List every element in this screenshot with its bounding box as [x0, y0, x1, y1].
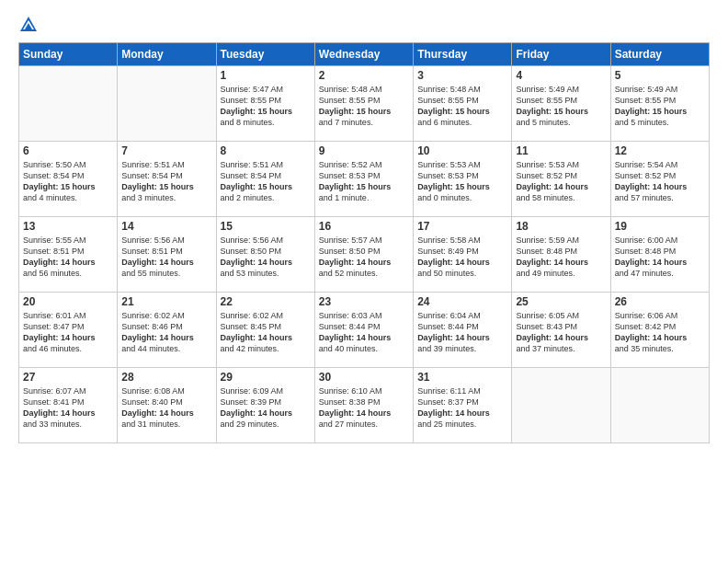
- day-number: 16: [319, 220, 409, 233]
- cell-content: Sunrise: 6:05 AMSunset: 8:43 PMDaylight:…: [516, 310, 606, 355]
- cell-content: Sunrise: 6:02 AMSunset: 8:45 PMDaylight:…: [221, 310, 311, 355]
- calendar-cell: 11Sunrise: 5:53 AMSunset: 8:52 PMDayligh…: [512, 142, 610, 217]
- cell-content: Sunrise: 5:47 AMSunset: 8:55 PMDaylight:…: [221, 84, 311, 129]
- calendar-cell: [610, 368, 709, 443]
- calendar-cell: 27Sunrise: 6:07 AMSunset: 8:41 PMDayligh…: [19, 368, 118, 443]
- calendar-week-3: 13Sunrise: 5:55 AMSunset: 8:51 PMDayligh…: [19, 217, 710, 293]
- calendar-cell: 3Sunrise: 5:48 AMSunset: 8:55 PMDaylight…: [414, 66, 512, 142]
- calendar-header-monday: Monday: [118, 43, 216, 66]
- cell-content: Sunrise: 5:48 AMSunset: 8:55 PMDaylight:…: [319, 84, 409, 129]
- calendar-cell: 7Sunrise: 5:51 AMSunset: 8:54 PMDaylight…: [118, 142, 216, 217]
- cell-content: Sunrise: 5:52 AMSunset: 8:53 PMDaylight:…: [319, 159, 409, 204]
- day-number: 21: [121, 295, 211, 308]
- header: [18, 15, 710, 35]
- cell-content: Sunrise: 5:57 AMSunset: 8:50 PMDaylight:…: [319, 235, 409, 280]
- calendar-header-row: SundayMondayTuesdayWednesdayThursdayFrid…: [19, 43, 710, 66]
- day-number: 4: [516, 69, 606, 82]
- calendar-cell: 20Sunrise: 6:01 AMSunset: 8:47 PMDayligh…: [19, 293, 118, 368]
- calendar-cell: 8Sunrise: 5:51 AMSunset: 8:54 PMDaylight…: [216, 142, 314, 217]
- cell-content: Sunrise: 5:51 AMSunset: 8:54 PMDaylight:…: [121, 159, 211, 204]
- calendar-cell: 13Sunrise: 5:55 AMSunset: 8:51 PMDayligh…: [19, 217, 118, 293]
- calendar-cell: 10Sunrise: 5:53 AMSunset: 8:53 PMDayligh…: [414, 142, 512, 217]
- calendar-cell: 9Sunrise: 5:52 AMSunset: 8:53 PMDaylight…: [314, 142, 413, 217]
- calendar-cell: 22Sunrise: 6:02 AMSunset: 8:45 PMDayligh…: [216, 293, 314, 368]
- calendar-cell: 25Sunrise: 6:05 AMSunset: 8:43 PMDayligh…: [512, 293, 610, 368]
- cell-content: Sunrise: 5:58 AMSunset: 8:49 PMDaylight:…: [417, 235, 507, 280]
- calendar-cell: 19Sunrise: 6:00 AMSunset: 8:48 PMDayligh…: [610, 217, 709, 293]
- cell-content: Sunrise: 6:04 AMSunset: 8:44 PMDaylight:…: [417, 310, 507, 355]
- day-number: 31: [417, 371, 507, 384]
- day-number: 24: [417, 295, 507, 308]
- day-number: 14: [121, 220, 211, 233]
- cell-content: Sunrise: 6:07 AMSunset: 8:41 PMDaylight:…: [23, 385, 113, 431]
- calendar-cell: 17Sunrise: 5:58 AMSunset: 8:49 PMDayligh…: [414, 217, 512, 293]
- day-number: 18: [516, 220, 606, 233]
- day-number: 23: [319, 295, 409, 308]
- cell-content: Sunrise: 6:10 AMSunset: 8:38 PMDaylight:…: [319, 385, 409, 431]
- calendar-cell: 26Sunrise: 6:06 AMSunset: 8:42 PMDayligh…: [610, 293, 709, 368]
- day-number: 17: [417, 220, 507, 233]
- cell-content: Sunrise: 5:49 AMSunset: 8:55 PMDaylight:…: [516, 84, 606, 129]
- calendar-cell: [118, 66, 216, 142]
- day-number: 19: [615, 220, 705, 233]
- calendar-cell: 15Sunrise: 5:56 AMSunset: 8:50 PMDayligh…: [216, 217, 314, 293]
- day-number: 8: [221, 144, 311, 157]
- day-number: 15: [221, 220, 311, 233]
- day-number: 13: [23, 220, 113, 233]
- cell-content: Sunrise: 6:08 AMSunset: 8:40 PMDaylight:…: [121, 385, 211, 431]
- day-number: 10: [417, 144, 507, 157]
- calendar-week-5: 27Sunrise: 6:07 AMSunset: 8:41 PMDayligh…: [19, 368, 710, 443]
- day-number: 1: [221, 69, 311, 82]
- day-number: 11: [516, 144, 606, 157]
- calendar-cell: 24Sunrise: 6:04 AMSunset: 8:44 PMDayligh…: [414, 293, 512, 368]
- cell-content: Sunrise: 5:56 AMSunset: 8:51 PMDaylight:…: [121, 235, 211, 280]
- page: SundayMondayTuesdayWednesdayThursdayFrid…: [0, 0, 728, 563]
- logo: [18, 15, 42, 35]
- calendar-cell: [512, 368, 610, 443]
- cell-content: Sunrise: 5:48 AMSunset: 8:55 PMDaylight:…: [417, 84, 507, 129]
- day-number: 27: [23, 371, 113, 384]
- calendar-week-1: 1Sunrise: 5:47 AMSunset: 8:55 PMDaylight…: [19, 66, 710, 142]
- calendar-cell: 31Sunrise: 6:11 AMSunset: 8:37 PMDayligh…: [414, 368, 512, 443]
- day-number: 29: [221, 371, 311, 384]
- day-number: 3: [417, 69, 507, 82]
- cell-content: Sunrise: 5:49 AMSunset: 8:55 PMDaylight:…: [615, 84, 705, 129]
- cell-content: Sunrise: 5:59 AMSunset: 8:48 PMDaylight:…: [516, 235, 606, 280]
- calendar-cell: 5Sunrise: 5:49 AMSunset: 8:55 PMDaylight…: [610, 66, 709, 142]
- calendar-cell: [19, 66, 118, 142]
- cell-content: Sunrise: 6:11 AMSunset: 8:37 PMDaylight:…: [417, 385, 507, 431]
- calendar-week-4: 20Sunrise: 6:01 AMSunset: 8:47 PMDayligh…: [19, 293, 710, 368]
- logo-icon: [18, 15, 39, 35]
- cell-content: Sunrise: 5:54 AMSunset: 8:52 PMDaylight:…: [615, 159, 705, 204]
- calendar-cell: 29Sunrise: 6:09 AMSunset: 8:39 PMDayligh…: [216, 368, 314, 443]
- calendar-cell: 2Sunrise: 5:48 AMSunset: 8:55 PMDaylight…: [314, 66, 413, 142]
- day-number: 9: [319, 144, 409, 157]
- day-number: 22: [221, 295, 311, 308]
- day-number: 12: [615, 144, 705, 157]
- calendar-cell: 30Sunrise: 6:10 AMSunset: 8:38 PMDayligh…: [314, 368, 413, 443]
- calendar-cell: 23Sunrise: 6:03 AMSunset: 8:44 PMDayligh…: [314, 293, 413, 368]
- day-number: 6: [23, 144, 113, 157]
- cell-content: Sunrise: 5:53 AMSunset: 8:52 PMDaylight:…: [516, 159, 606, 204]
- cell-content: Sunrise: 6:00 AMSunset: 8:48 PMDaylight:…: [615, 235, 705, 280]
- day-number: 5: [615, 69, 705, 82]
- calendar-header-friday: Friday: [512, 43, 610, 66]
- calendar-cell: 28Sunrise: 6:08 AMSunset: 8:40 PMDayligh…: [118, 368, 216, 443]
- day-number: 20: [23, 295, 113, 308]
- cell-content: Sunrise: 5:53 AMSunset: 8:53 PMDaylight:…: [417, 159, 507, 204]
- calendar-cell: 21Sunrise: 6:02 AMSunset: 8:46 PMDayligh…: [118, 293, 216, 368]
- cell-content: Sunrise: 6:01 AMSunset: 8:47 PMDaylight:…: [23, 310, 113, 355]
- cell-content: Sunrise: 6:09 AMSunset: 8:39 PMDaylight:…: [221, 385, 311, 431]
- calendar-cell: 4Sunrise: 5:49 AMSunset: 8:55 PMDaylight…: [512, 66, 610, 142]
- calendar-header-tuesday: Tuesday: [216, 43, 314, 66]
- calendar-header-sunday: Sunday: [19, 43, 118, 66]
- day-number: 7: [121, 144, 211, 157]
- day-number: 25: [516, 295, 606, 308]
- calendar-cell: 14Sunrise: 5:56 AMSunset: 8:51 PMDayligh…: [118, 217, 216, 293]
- calendar-header-thursday: Thursday: [414, 43, 512, 66]
- calendar-table: SundayMondayTuesdayWednesdayThursdayFrid…: [18, 42, 710, 443]
- calendar-header-wednesday: Wednesday: [314, 43, 413, 66]
- cell-content: Sunrise: 5:51 AMSunset: 8:54 PMDaylight:…: [221, 159, 311, 204]
- calendar-week-2: 6Sunrise: 5:50 AMSunset: 8:54 PMDaylight…: [19, 142, 710, 217]
- cell-content: Sunrise: 5:50 AMSunset: 8:54 PMDaylight:…: [23, 159, 113, 204]
